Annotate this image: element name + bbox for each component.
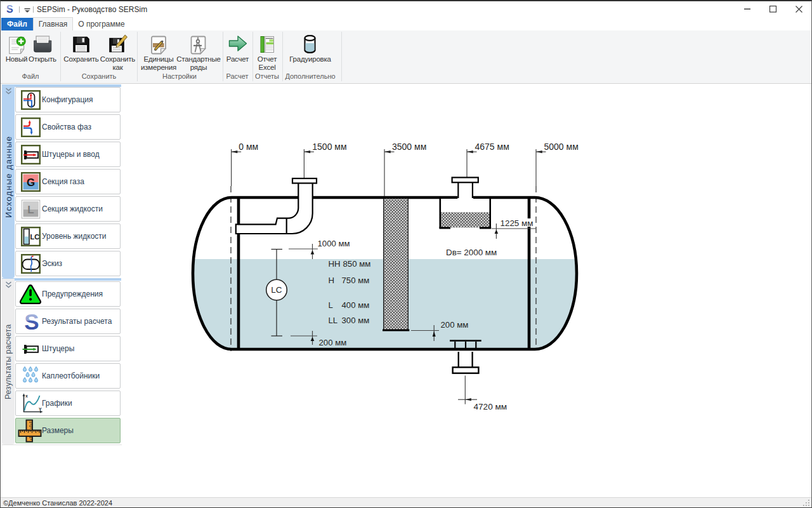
svg-text:Dв= 2000 мм: Dв= 2000 мм	[446, 248, 497, 257]
svg-text:H: H	[329, 276, 335, 285]
svg-text:400 мм: 400 мм	[342, 300, 370, 310]
svg-text:HH: HH	[329, 259, 341, 269]
svg-text:5000 мм: 5000 мм	[544, 142, 579, 152]
svg-text:1225 мм: 1225 мм	[501, 218, 534, 228]
svg-text:4720 мм: 4720 мм	[474, 402, 508, 411]
svg-text:200 мм: 200 мм	[319, 338, 347, 347]
svg-text:1000 мм: 1000 мм	[318, 239, 350, 248]
svg-text:LL: LL	[329, 316, 338, 325]
svg-text:LC: LC	[271, 285, 282, 295]
svg-text:850 мм: 850 мм	[343, 259, 371, 269]
svg-text:x: x	[25, 394, 28, 398]
svg-text:4675 мм: 4675 мм	[475, 142, 509, 152]
svg-text:750 мм: 750 мм	[342, 276, 370, 285]
svg-text:300 мм: 300 мм	[342, 316, 370, 325]
svg-text:0 мм: 0 мм	[239, 142, 258, 152]
svg-text:3500 мм: 3500 мм	[392, 142, 426, 152]
svg-text:L: L	[27, 204, 34, 216]
svg-text:S: S	[24, 311, 39, 332]
svg-text:S: S	[6, 4, 13, 15]
svg-text:200 мм: 200 мм	[441, 320, 469, 330]
svg-text:1500 мм: 1500 мм	[312, 142, 346, 152]
svg-text:L: L	[329, 300, 333, 310]
svg-text:G: G	[27, 177, 35, 189]
svg-text:LC: LC	[30, 233, 40, 241]
